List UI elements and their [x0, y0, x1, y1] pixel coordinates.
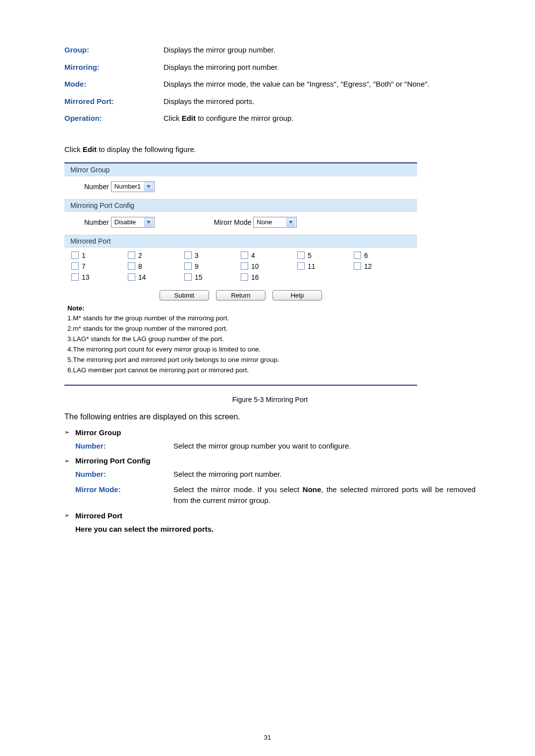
notes-block: Note: 1.M* stands for the group number o… [64, 301, 417, 376]
checkbox-icon [354, 262, 361, 270]
sub-def-value: Select the mirror group number you want … [173, 441, 476, 452]
submit-button[interactable]: Submit [160, 290, 209, 301]
port-checkbox-13[interactable]: 13 [71, 273, 128, 281]
field-label: Number [84, 218, 109, 226]
def-value: Click Edit to configure the mirror group… [163, 113, 476, 124]
text: to configure the mirror group. [196, 114, 294, 122]
port-checkbox-3[interactable]: 3 [184, 252, 241, 259]
bullet-title: Mirrored Port [75, 511, 122, 520]
number-field: Number Disable [84, 217, 155, 228]
port-label: 13 [82, 273, 90, 281]
port-label: 7 [82, 262, 86, 270]
checkbox-icon [241, 262, 248, 270]
port-checkbox-6[interactable]: 6 [354, 252, 410, 259]
sub-def-label: Mirror Mode: [75, 484, 173, 506]
def-row: Mirroring: Displays the mirroring port n… [64, 62, 476, 73]
select-value: Disable [114, 218, 136, 226]
return-button[interactable]: Return [216, 290, 266, 301]
bullet-mirroring-port-config: ➢ Mirroring Port Config [64, 456, 476, 465]
port-checkbox-2[interactable]: 2 [128, 252, 184, 259]
def-label: Group: [64, 45, 163, 56]
checkbox-icon [184, 262, 192, 270]
bullet-icon: ➢ [64, 429, 75, 436]
sub-def-row: Number: Select the mirror group number y… [75, 441, 476, 452]
chevron-down-icon [286, 218, 295, 227]
checkbox-icon [184, 252, 192, 259]
mirror-mode-select[interactable]: None [253, 217, 297, 228]
text-bold: None [303, 485, 321, 494]
def-label: Operation: [64, 113, 163, 124]
text: Click [64, 145, 83, 153]
def-label: Mode: [64, 79, 163, 90]
port-checkbox-15[interactable]: 15 [184, 273, 241, 281]
port-label: 6 [364, 252, 368, 259]
top-definitions: Group: Displays the mirror group number.… [64, 45, 476, 124]
port-label: 16 [251, 273, 259, 281]
chevron-down-icon [144, 182, 153, 191]
document-page: Group: Displays the mirror group number.… [0, 0, 535, 756]
sub-note: Here you can select the mirrored ports. [75, 525, 476, 533]
sub-def-label: Number: [75, 441, 173, 452]
port-checkbox-12[interactable]: 12 [354, 262, 410, 270]
sub-def-value: Select the mirror mode. If you select No… [173, 484, 476, 506]
def-row: Operation: Click Edit to configure the m… [64, 113, 476, 124]
port-checkbox-5[interactable]: 5 [297, 252, 354, 259]
port-label: 2 [138, 252, 142, 259]
port-checkbox-9[interactable]: 9 [184, 262, 241, 270]
checkbox-icon [241, 273, 248, 281]
chevron-down-icon [144, 218, 153, 227]
note-line: 6.LAG member port cannot be mirroring po… [67, 365, 412, 376]
port-label: 11 [308, 262, 316, 270]
def-label: Mirroring: [64, 62, 163, 73]
figure-caption: Figure 5-3 Mirroring Port [64, 396, 476, 403]
checkbox-icon [297, 262, 305, 270]
text-bold: Edit [182, 114, 196, 122]
bullet-title: Mirroring Port Config [75, 456, 151, 465]
port-label: 5 [308, 252, 312, 259]
port-label: 3 [195, 252, 199, 259]
port-checkbox-7[interactable]: 7 [71, 262, 128, 270]
select-value: Number1 [114, 183, 141, 190]
checkbox-icon [354, 252, 361, 259]
checkbox-icon [241, 252, 248, 259]
def-value: Displays the mirroring port number. [163, 62, 476, 73]
section-body: Number Disable Mirorr Mode None [64, 212, 417, 235]
port-checkbox-4[interactable]: 4 [241, 252, 297, 259]
section-header-mirrored-port: Mirrored Port [64, 235, 417, 248]
def-row: Mode: Displays the mirror mode, the valu… [64, 79, 476, 90]
section-header-mirror-group: Mirror Group [64, 163, 417, 176]
text: Select the mirror mode. If you select [173, 485, 303, 494]
text: to display the following figure. [97, 145, 196, 153]
help-button[interactable]: Help [272, 290, 322, 301]
def-label: Mirrored Port: [64, 96, 163, 107]
section-body: Number Number1 [64, 176, 417, 199]
checkbox-icon [128, 262, 135, 270]
note-line: 1.M* stands for the group number of the … [67, 313, 412, 324]
sub-def-row: Mirror Mode: Select the mirror mode. If … [75, 484, 476, 506]
section-header-mirroring-port-config: Mirroring Port Config [64, 199, 417, 212]
bullet-mirror-group: ➢ Mirror Group [64, 428, 476, 437]
text: Click [163, 114, 182, 122]
bullet-title: Mirror Group [75, 428, 121, 437]
intro-line: The following entries are displayed on t… [64, 412, 476, 421]
number-select[interactable]: Number1 [111, 181, 155, 192]
def-value: Displays the mirror group number. [163, 45, 476, 56]
port-checkbox-8[interactable]: 8 [128, 262, 184, 270]
port-checkbox-10[interactable]: 10 [241, 262, 297, 270]
port-label: 10 [251, 262, 259, 270]
port-checkbox-14[interactable]: 14 [128, 273, 184, 281]
port-checkbox-11[interactable]: 11 [297, 262, 354, 270]
bullet-mirrored-port: ➢ Mirrored Port [64, 511, 476, 520]
port-label: 8 [138, 262, 142, 270]
note-line: 3.LAG* stands for the LAG group number o… [67, 334, 412, 345]
port-checkbox-1[interactable]: 1 [71, 252, 128, 259]
port-checkbox-16[interactable]: 16 [241, 273, 297, 281]
svg-marker-2 [289, 221, 293, 224]
checkbox-icon [71, 273, 79, 281]
note-line: 2.m* stands for the group number of the … [67, 324, 412, 334]
text-bold: Edit [83, 145, 97, 153]
sub-def-row: Number: Select the mirroring port number… [75, 469, 476, 480]
number-select[interactable]: Disable [111, 217, 155, 228]
sub-def-label: Number: [75, 469, 173, 480]
sub-def-value: Select the mirroring port number. [173, 469, 476, 480]
